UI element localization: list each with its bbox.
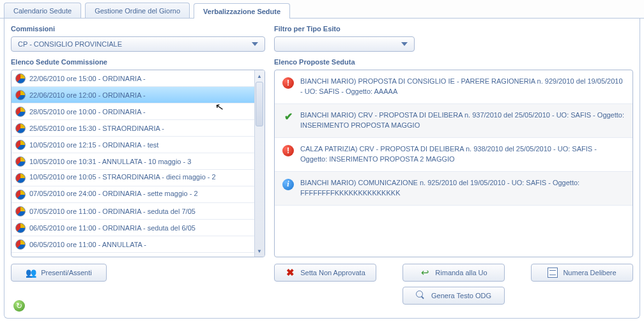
pie-chart-icon <box>15 73 26 84</box>
seduta-row[interactable]: 07/05/2010 ore 11:00 - ORDINARIA - sedut… <box>12 203 254 220</box>
btn-label: Genera Testo ODG <box>431 292 491 299</box>
seduta-text: 06/05/2010 ore 11:00 - ANNULLATA - <box>29 241 146 248</box>
seduta-text: 07/05/2010 ore 11:00 - ORDINARIA - sedut… <box>29 208 195 215</box>
pie-chart-icon <box>15 206 26 216</box>
people-icon <box>26 268 36 278</box>
seduta-text: 10/05/2010 ore 10:05 - STRAORDINARIA - d… <box>29 173 216 181</box>
elenco-proposte-label: Elenco Proposte Seduta <box>274 58 633 66</box>
seduta-text: 22/06/2010 ore 12:00 - ORDINARIA - <box>29 91 146 99</box>
pie-chart-icon <box>15 140 26 150</box>
seduta-text: 22/06/2010 ore 15:00 - ORDINARIA - <box>29 75 146 82</box>
seduta-row[interactable]: 22/06/2010 ore 12:00 - ORDINARIA - <box>12 87 254 103</box>
btn-label: Numera Delibere <box>563 269 616 276</box>
sedute-listbox[interactable]: 22/06/2010 ore 15:00 - ORDINARIA - 22/06… <box>11 70 265 257</box>
pie-chart-icon <box>15 123 26 133</box>
svg-marker-0 <box>252 42 258 46</box>
warning-icon <box>282 77 294 89</box>
seduta-row[interactable]: 10/05/2010 ore 12:15 - ORDINARIA - test <box>12 137 254 153</box>
genera-testo-odg-button[interactable]: Genera Testo ODG <box>402 287 505 305</box>
elenco-sedute-label: Elenco Sedute Commissione <box>11 58 265 66</box>
scroll-thumb[interactable] <box>256 82 263 126</box>
proposta-text: CALZA PATRIZIA) CRV - PROPOSTA DI DELIBE… <box>300 144 625 165</box>
document-icon <box>548 268 558 278</box>
pie-chart-icon <box>15 239 26 250</box>
right-column: Filtro per Tipo Esito Elenco Proposte Se… <box>274 25 633 310</box>
proposta-row[interactable]: CALZA PATRIZIA) CRV - PROPOSTA DI DELIBE… <box>275 138 632 172</box>
seduta-row[interactable]: 10/05/2010 ore 10:31 - ANNULLATA - 10 ma… <box>12 153 254 170</box>
left-column: Commissioni CP - CONSIGLIO PROVINCIALE E… <box>11 25 265 310</box>
seduta-row[interactable]: 06/05/2010 ore 11:00 - ANNULLATA - <box>12 236 254 253</box>
seduta-text: 07/05/2010 ore 24:00 - ORDINARIA - sette… <box>29 190 198 197</box>
seduta-row[interactable]: 10/05/2010 ore 10:05 - STRAORDINARIA - d… <box>12 170 254 186</box>
seduta-text: 06/05/2010 ore 11:00 - ORDINARIA - sedut… <box>29 224 195 232</box>
seduta-row[interactable]: 28/05/2010 ore 10:00 - ORDINARIA - <box>12 103 254 120</box>
pie-chart-icon <box>15 223 26 233</box>
commissioni-value: CP - CONSIGLIO PROVINCIALE <box>18 40 122 48</box>
seduta-text: 28/05/2010 ore 10:00 - ORDINARIA - <box>29 108 146 116</box>
app-window: Calendario Sedute Gestione Ordine del Gi… <box>0 0 644 325</box>
presenti-assenti-label: Presenti/Assenti <box>41 269 91 276</box>
tab-gestione-odg[interactable]: Gestione Ordine del Giorno <box>85 3 190 18</box>
proposta-row[interactable]: BIANCHI MARIO) COMUNICAZIONE n. 925/2010… <box>275 172 632 206</box>
info-icon <box>282 179 294 190</box>
svg-marker-1 <box>401 42 408 46</box>
tab-content: Commissioni CP - CONSIGLIO PROVINCIALE E… <box>4 19 640 319</box>
proposta-text: BIANCHI MARIO) COMUNICAZIONE n. 925/2010… <box>300 178 625 199</box>
scroll-up-icon[interactable]: ▲ <box>256 72 263 80</box>
chevron-down-icon <box>249 38 261 50</box>
seduta-row[interactable]: 25/05/2010 ore 15:30 - STRAORDINARIA - <box>12 120 254 137</box>
commissioni-select[interactable]: CP - CONSIGLIO PROVINCIALE <box>11 36 265 52</box>
filtro-label: Filtro per Tipo Esito <box>274 25 633 33</box>
presenti-assenti-button[interactable]: Presenti/Assenti <box>11 264 107 282</box>
tab-bar: Calendario Sedute Gestione Ordine del Gi… <box>0 0 644 19</box>
warning-icon <box>282 145 294 156</box>
seduta-row[interactable]: 22/06/2010 ore 15:00 - ORDINARIA - <box>12 70 254 87</box>
proposta-row[interactable]: BIANCHI MARIO) CRV - PROPOSTA DI DELIBER… <box>275 104 632 138</box>
pie-chart-icon <box>15 173 26 183</box>
seduta-text: 10/05/2010 ore 10:31 - ANNULLATA - 10 ma… <box>29 158 191 165</box>
filtro-esito-select[interactable] <box>274 36 415 52</box>
proposta-row[interactable]: BIANCHI MARIO) PROPOSTA DI CONSIGLIO IE … <box>275 70 632 104</box>
scroll-down-icon[interactable]: ▼ <box>256 246 263 255</box>
btn-label: Rimanda alla Uo <box>435 269 487 276</box>
magnifier-icon <box>416 291 426 301</box>
check-icon <box>282 111 294 123</box>
proposte-list: BIANCHI MARIO) PROPOSTA DI CONSIGLIO IE … <box>274 70 633 257</box>
btn-label: Setta Non Approvata <box>300 269 365 276</box>
x-icon <box>285 268 295 278</box>
refresh-icon[interactable] <box>13 300 25 312</box>
seduta-row[interactable]: 07/05/2010 ore 24:00 - ORDINARIA - sette… <box>12 186 254 203</box>
scrollbar[interactable]: ▲ ▼ <box>254 70 264 257</box>
setta-non-approvata-button[interactable]: Setta Non Approvata <box>274 264 376 282</box>
tab-verbalizzazione[interactable]: Verbalizzazione Sedute <box>194 3 290 19</box>
numera-delibere-button[interactable]: Numera Delibere <box>531 264 633 282</box>
proposta-text: BIANCHI MARIO) CRV - PROPOSTA DI DELIBER… <box>300 110 625 131</box>
pie-chart-icon <box>15 156 26 167</box>
proposta-text: BIANCHI MARIO) PROPOSTA DI CONSIGLIO IE … <box>300 77 625 97</box>
chevron-down-icon <box>399 38 410 50</box>
seduta-text: 25/05/2010 ore 15:30 - STRAORDINARIA - <box>29 125 164 132</box>
commissioni-label: Commissioni <box>11 25 265 33</box>
pie-chart-icon <box>15 90 26 100</box>
rimanda-alla-uo-button[interactable]: Rimanda alla Uo <box>402 264 505 282</box>
seduta-row[interactable]: 06/05/2010 ore 11:00 - ORDINARIA - sedut… <box>12 220 254 236</box>
pie-chart-icon <box>15 107 26 117</box>
seduta-text: 10/05/2010 ore 12:15 - ORDINARIA - test <box>29 141 158 149</box>
tab-calendario[interactable]: Calendario Sedute <box>4 3 81 18</box>
undo-icon <box>420 268 430 278</box>
pie-chart-icon <box>15 190 26 200</box>
